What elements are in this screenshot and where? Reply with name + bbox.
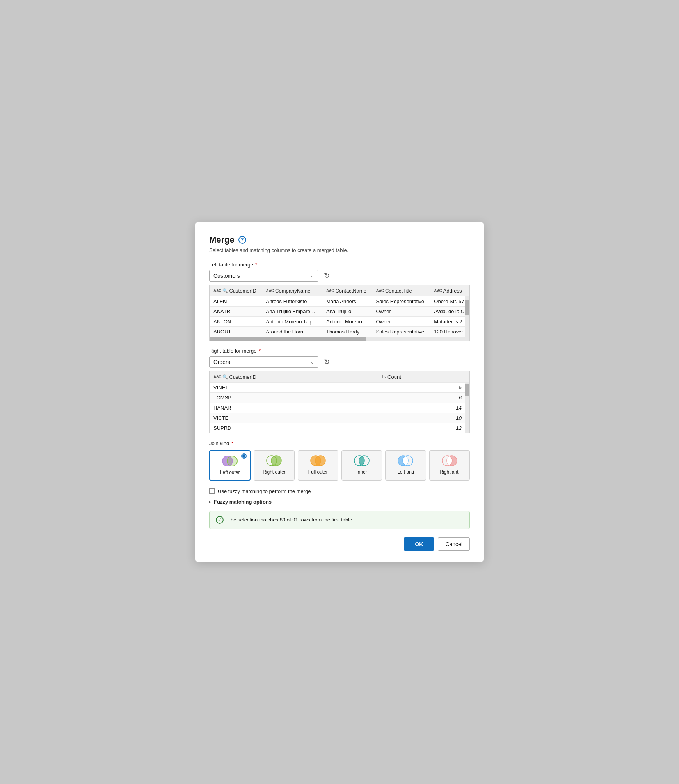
svg-point-5 [271, 456, 281, 466]
left-outer-venn [221, 455, 238, 467]
join-label-left-outer: Left outer [220, 470, 240, 476]
left-anti-venn [397, 454, 414, 467]
right-anti-venn [441, 454, 458, 467]
left-col-customerid[interactable]: AǒC 🔍 CustomerID [210, 285, 262, 296]
join-option-left-outer[interactable]: Left outer [209, 450, 251, 481]
num-icon: 1²₃ [381, 375, 386, 379]
svg-point-7 [315, 456, 325, 466]
fuzzy-matching-label: Use fuzzy matching to perform the merge [218, 488, 311, 494]
full-outer-venn [309, 454, 327, 467]
merge-dialog: Merge ? Select tables and matching colum… [195, 222, 484, 562]
horizontal-scrollbar[interactable] [210, 337, 469, 341]
table-row[interactable]: SUPRD12 [210, 423, 469, 433]
join-option-right-anti[interactable]: Right anti [429, 450, 470, 481]
join-label-full-outer: Full outer [308, 469, 328, 475]
abc-icon: AǒC [213, 289, 221, 293]
radio-left-outer [241, 453, 247, 459]
join-label-right-anti: Right anti [439, 469, 459, 475]
join-option-full-outer[interactable]: Full outer [298, 450, 338, 481]
join-option-right-outer[interactable]: Right outer [254, 450, 294, 481]
table-row[interactable]: ALFKIAlfreds FutterkisteMaria AndersSale… [210, 296, 469, 307]
fuzzy-options-toggle[interactable]: ▸ Fuzzy matching options [209, 499, 470, 505]
join-option-inner[interactable]: Inner [341, 450, 382, 481]
table-row[interactable]: TOMSP6 [210, 393, 469, 403]
fuzzy-options-label: Fuzzy matching options [214, 499, 272, 505]
vertical-scrollbar[interactable] [465, 296, 469, 341]
left-col-address[interactable]: AǒC Address [430, 285, 469, 296]
abc-icon: AǒC [213, 375, 221, 379]
vertical-scrollbar-right[interactable] [465, 382, 469, 433]
table-row[interactable]: VINET5 [210, 383, 469, 393]
join-label-right-outer: Right outer [263, 469, 286, 475]
dialog-subtitle: Select tables and matching columns to cr… [209, 247, 470, 253]
ok-button[interactable]: OK [404, 537, 434, 551]
fuzzy-matching-checkbox[interactable] [209, 488, 215, 494]
info-text: The selection matches 89 of 91 rows from… [228, 517, 352, 523]
join-label-inner: Inner [356, 469, 367, 475]
cancel-button[interactable]: Cancel [438, 537, 470, 551]
table-row[interactable]: HANAR14 [210, 403, 469, 413]
table-row[interactable]: AROUTAround the HornThomas HardySales Re… [210, 327, 469, 337]
right-col-count[interactable]: 1²₃ Count [377, 371, 469, 383]
join-option-left-anti[interactable]: Left anti [385, 450, 426, 481]
right-table: AǒC 🔍 CustomerID 1²₃ Count VI [210, 371, 469, 433]
left-col-contacttitle[interactable]: AǒC ContactTitle [372, 285, 430, 296]
right-table-container: AǒC 🔍 CustomerID 1²₃ Count VI [209, 371, 470, 433]
abc-icon: AǒC [326, 289, 334, 293]
left-table-container: AǒC 🔍 CustomerID AǒC CompanyName [209, 285, 470, 341]
join-kind-label: Join kind * [209, 440, 470, 446]
left-table: AǒC 🔍 CustomerID AǒC CompanyName [210, 285, 469, 337]
search-icon: 🔍 [222, 288, 228, 293]
chevron-down-icon: ⌄ [310, 273, 314, 278]
join-options: Left outer Right outer Full outer [209, 450, 470, 481]
dialog-footer: OK Cancel [209, 537, 470, 551]
join-label-left-anti: Left anti [397, 469, 414, 475]
table-row[interactable]: VICTE10 [210, 413, 469, 423]
right-table-select[interactable]: Orders ⌄ [209, 356, 318, 368]
table-row[interactable]: ANATRAna Trujillo Emparedados y heladosA… [210, 307, 469, 317]
help-icon[interactable]: ? [238, 236, 246, 244]
left-col-companyname[interactable]: AǒC CompanyName [262, 285, 322, 296]
table-row[interactable]: ANTONAntonio Moreno TaqueríaAntonio More… [210, 317, 469, 327]
chevron-right-icon: ▸ [209, 499, 212, 504]
chevron-down-icon: ⌄ [310, 359, 314, 365]
dialog-title: Merge [209, 235, 235, 245]
check-icon: ✓ [216, 516, 224, 524]
right-col-customerid[interactable]: AǒC 🔍 CustomerID [210, 371, 377, 383]
left-table-refresh-button[interactable]: ↻ [322, 270, 331, 282]
info-box: ✓ The selection matches 89 of 91 rows fr… [209, 511, 470, 529]
left-table-select[interactable]: Customers ⌄ [209, 270, 318, 282]
fuzzy-matching-row: Use fuzzy matching to perform the merge [209, 488, 470, 494]
abc-icon: AǒC [434, 289, 442, 293]
svg-point-3 [222, 456, 233, 466]
right-outer-venn [265, 454, 283, 467]
abc-icon: AǒC [266, 289, 274, 293]
abc-icon: AǒC [376, 289, 384, 293]
search-icon: 🔍 [222, 374, 228, 380]
left-col-contactname[interactable]: AǒC ContactName [322, 285, 372, 296]
right-table-refresh-button[interactable]: ↻ [322, 356, 331, 368]
right-table-label: Right table for merge * [209, 348, 470, 354]
left-table-label: Left table for merge * [209, 262, 470, 268]
inner-venn [353, 454, 370, 467]
